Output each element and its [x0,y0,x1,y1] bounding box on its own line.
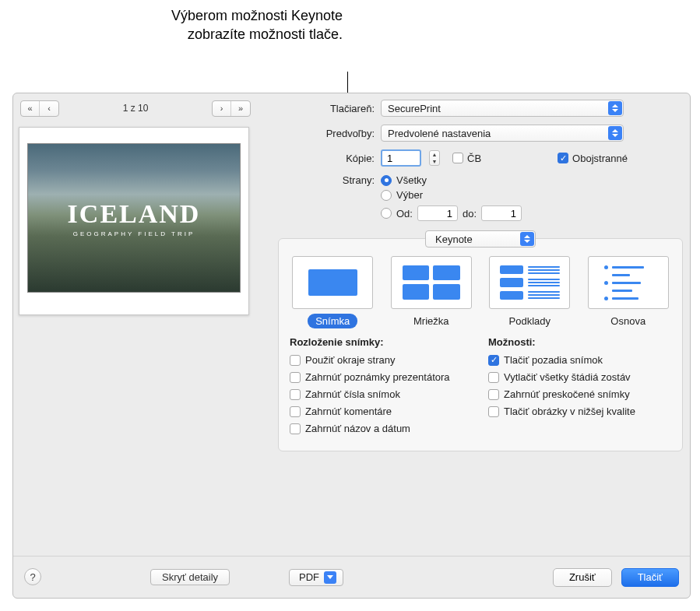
two-sided-label: Obojstranné [572,153,628,164]
chevron-up-down-icon [608,126,622,140]
chevron-up-down-icon [520,232,534,246]
bw-label: ČB [467,153,481,164]
include-skipped-checkbox[interactable] [488,389,499,400]
print-builds-checkbox[interactable] [488,372,499,383]
preview-pane: « ‹ 1 z 10 › » ICELAND GEOGRAPHY FIELD T… [19,97,252,552]
pages-selection-label: Výber [396,189,423,201]
printer-label: Tlačiareň: [278,103,375,114]
callout-text: Výberom možnosti Keynote zobrazíte možno… [164,6,343,44]
app-options-select[interactable]: Keynote [425,230,536,248]
pages-from-input[interactable] [417,205,458,221]
print-backgrounds-label: Tlačiť pozadia snímok [504,354,603,366]
copies-label: Kópie: [278,153,375,164]
use-margins-label: Použiť okraje strany [305,354,395,366]
print-options-title: Možnosti: [488,336,671,348]
pages-all-label: Všetky [396,174,427,186]
two-sided-checkbox-row[interactable]: Obojstranné [558,153,628,164]
copies-stepper[interactable]: ▲▼ [429,150,440,166]
layout-slide[interactable]: Snímka [290,256,376,328]
cancel-button[interactable]: Zrušiť [553,568,612,587]
layout-handout-label: Podklady [501,314,558,328]
include-numbers-checkbox[interactable] [290,389,301,400]
presets-label: Predvoľby: [278,128,375,139]
draft-images-label: Tlačiť obrázky v nižšej kvalite [504,406,635,417]
preview-slide: ICELAND GEOGRAPHY FIELD TRIP [27,143,241,293]
app-options-value: Keynote [435,234,473,245]
layout-slide-label: Snímka [308,314,357,328]
print-backgrounds-checkbox[interactable] [488,355,499,366]
include-skipped-label: Zahrnúť preskočené snímky [504,388,630,400]
layout-outline-thumb [588,256,669,309]
preview-thumbnail: ICELAND GEOGRAPHY FIELD TRIP [19,127,249,315]
slide-layout-column: Rozloženie snímky: Použiť okraje strany … [290,336,473,440]
include-name-date-checkbox[interactable] [290,423,301,434]
layout-handout-thumb [489,256,570,309]
print-builds-label: Vytlačiť všetky štádiá zostáv [504,371,631,383]
printer-value: SecurePrint [388,103,441,114]
pages-from-label: Od: [396,208,413,219]
slide-layout-title: Rozloženie snímky: [290,336,473,348]
pages-to-label: do: [463,208,477,219]
layout-grid-label: Mriežka [406,314,457,328]
dialog-bottom-bar: ? Skryť detaily PDF Zrušiť Tlačiť [13,556,690,598]
layout-handout[interactable]: Podklady [487,256,573,328]
first-page-button[interactable]: « [21,101,40,116]
two-sided-checkbox[interactable] [558,153,568,163]
include-comments-checkbox[interactable] [290,406,301,417]
pages-range-radio[interactable] [381,208,392,219]
copies-input[interactable] [381,149,421,167]
chevron-up-down-icon [608,101,622,115]
layout-slide-thumb [292,256,373,309]
chevron-down-icon [324,571,336,584]
include-numbers-label: Zahrnúť čísla snímok [305,388,400,400]
draft-images-checkbox[interactable] [488,406,499,417]
preview-pager: « ‹ 1 z 10 › » [19,97,252,119]
preview-nav-back-group: « ‹ [20,100,59,117]
layout-grid-thumb [391,256,472,309]
slide-subtitle: GEOGRAPHY FIELD TRIP [68,230,201,237]
include-notes-checkbox[interactable] [290,372,301,383]
pages-label: Strany: [278,174,375,186]
printer-select[interactable]: SecurePrint [381,100,624,117]
pages-selection-radio[interactable] [381,190,392,201]
include-comments-label: Zahrnúť komentáre [305,406,392,417]
prev-page-button[interactable]: ‹ [40,101,58,116]
keynote-options-panel: Snímka Mriežka Podklady [278,238,683,451]
include-notes-label: Zahrnúť poznámky prezentátora [305,371,450,383]
bw-checkbox[interactable] [452,153,463,163]
print-dialog: « ‹ 1 z 10 › » ICELAND GEOGRAPHY FIELD T… [12,93,691,599]
pdf-label: PDF [299,571,319,583]
last-page-button[interactable]: » [231,101,250,116]
page-indicator: 1 z 10 [123,103,149,114]
help-button[interactable]: ? [24,568,41,585]
print-options: Tlačiareň: SecurePrint Predvoľby: Predvo… [278,100,683,451]
include-name-date-label: Zahrnúť názov a dátum [305,423,410,434]
print-button[interactable]: Tlačiť [621,568,679,587]
print-options-column: Možnosti: Tlačiť pozadia snímok Vytlačiť… [488,336,671,440]
presets-value: Predvolené nastavenia [388,128,491,139]
presets-select[interactable]: Predvolené nastavenia [381,125,624,142]
slide-title: ICELAND [68,199,201,229]
bw-checkbox-row[interactable]: ČB [452,153,481,164]
preview-nav-fwd-group: › » [212,100,251,117]
pages-all-radio[interactable] [381,175,392,186]
layout-outline-label: Osnova [603,314,653,328]
layout-grid[interactable]: Mriežka [389,256,475,328]
layout-outline[interactable]: Osnova [586,256,672,328]
pages-to-input[interactable] [481,205,522,221]
use-margins-checkbox[interactable] [290,355,301,366]
next-page-button[interactable]: › [213,101,231,116]
hide-details-button[interactable]: Skryť detaily [150,569,230,585]
pdf-menu-button[interactable]: PDF [289,569,343,586]
